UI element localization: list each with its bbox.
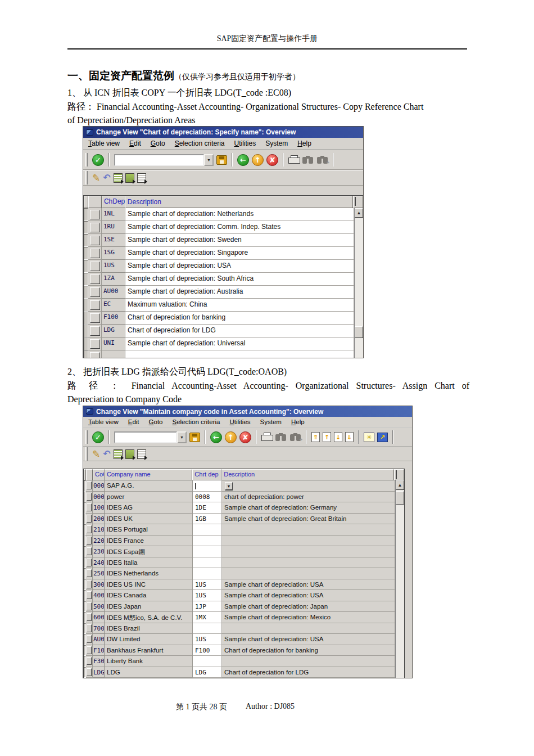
table-row[interactable]: 1RU Sample chart of depreciation: Comm. … <box>84 221 354 234</box>
row-selector-button[interactable] <box>90 223 100 232</box>
table-row[interactable]: 1NL Sample chart of depreciation: Nether… <box>84 208 354 221</box>
last-page-icon[interactable]: ⇓ <box>345 432 354 442</box>
table-row[interactable]: F300 Liberty Bank <box>84 656 395 667</box>
description-cell[interactable]: Chart of depreciation for banking <box>222 645 395 656</box>
row-selector-button[interactable] <box>87 493 92 501</box>
description-cell[interactable] <box>222 623 395 634</box>
column-header-description[interactable]: Description <box>221 469 394 480</box>
chrt-dep-cell[interactable] <box>193 524 222 536</box>
f4-dropdown-icon[interactable]: ▼ <box>225 482 233 490</box>
description-cell[interactable] <box>222 568 395 579</box>
vertical-scrollbar[interactable]: ▲ <box>354 208 363 358</box>
cancel-icon[interactable]: ✘ <box>266 154 278 166</box>
scroll-up-icon[interactable]: ▲ <box>355 208 363 218</box>
cocd-cell[interactable]: F300 <box>93 656 105 667</box>
chdep-cell[interactable]: F100 <box>102 312 125 325</box>
company-name-cell[interactable]: LDG <box>105 667 193 678</box>
chrt-dep-cell[interactable]: 0008 <box>193 492 222 503</box>
description-cell[interactable]: Sample chart of depreciation: Mexico <box>222 612 395 623</box>
row-selector-cell[interactable] <box>88 208 102 221</box>
row-selector-button[interactable] <box>87 525 92 533</box>
row-selector-button[interactable] <box>87 537 92 544</box>
first-page-icon[interactable]: ⇑ <box>311 432 320 442</box>
table-row[interactable]: LDG LDG LDG Chart of depreciation for LD… <box>84 667 395 678</box>
table-row[interactable]: AU00 Sample chart of depreciation: Austr… <box>84 286 354 299</box>
description-cell[interactable] <box>222 536 395 547</box>
table-config-icon[interactable] <box>355 197 356 206</box>
enter-icon[interactable]: ✓ <box>92 431 104 443</box>
row-selector-cell[interactable] <box>86 524 93 536</box>
cocd-cell[interactable]: AU00 <box>93 634 105 645</box>
cocd-cell[interactable]: F100 <box>93 645 105 656</box>
menu-utilities[interactable]: Utilities <box>230 418 251 425</box>
description-cell[interactable]: Chart of depreciation for LDG <box>125 325 354 338</box>
chdep-cell[interactable]: EC <box>102 299 125 312</box>
description-cell[interactable]: chart of depreciation: power <box>222 492 395 503</box>
company-name-cell[interactable]: IDES Italia <box>105 557 193 569</box>
enter-icon[interactable]: ✓ <box>92 154 104 166</box>
row-selector-button[interactable] <box>87 668 92 676</box>
row-selector-cell[interactable] <box>88 234 102 247</box>
exit-icon[interactable]: ↑ <box>225 431 237 443</box>
cocd-cell[interactable]: 2300 <box>93 546 105 557</box>
company-name-cell[interactable]: IDES Japan <box>105 601 193 613</box>
row-selector-button[interactable] <box>90 300 100 310</box>
row-selector-button[interactable] <box>87 602 92 610</box>
command-dropdown-icon[interactable]: ▼ <box>204 154 214 166</box>
company-name-cell[interactable]: IDES M憗ico, S.A. de C.V. <box>105 612 193 623</box>
row-selector-button[interactable] <box>87 580 92 588</box>
row-selector-cell[interactable] <box>86 634 93 645</box>
table-row[interactable]: 2500 IDES Netherlands <box>84 568 395 579</box>
new-entries-icon[interactable] <box>114 449 123 459</box>
description-cell[interactable]: Sample chart of depreciation: Universal <box>125 338 354 350</box>
previous-page-icon[interactable]: ↑ <box>323 432 331 442</box>
company-name-cell[interactable]: IDES France <box>105 536 193 547</box>
row-selector-cell[interactable] <box>86 514 93 525</box>
row-selector-button[interactable] <box>90 262 100 271</box>
table-row[interactable]: 0001 SAP A.G. ▼ <box>84 480 395 492</box>
row-selector-cell[interactable] <box>88 247 102 260</box>
row-selector-button[interactable] <box>90 249 100 258</box>
cocd-cell[interactable]: 4000 <box>93 590 105 601</box>
company-name-cell[interactable]: IDES AG <box>105 502 193 514</box>
table-row[interactable]: AU00 DW Limited 1US Sample chart of depr… <box>84 634 395 645</box>
undo-icon[interactable]: ↶ <box>103 173 110 182</box>
table-config-header[interactable] <box>353 196 363 208</box>
delete-entry-icon[interactable] <box>137 173 146 183</box>
description-cell[interactable]: Sample chart of depreciation: USA <box>222 579 395 591</box>
titlebar[interactable]: Change View "Chart of depreciation: Spec… <box>83 127 363 138</box>
column-header-description[interactable]: Description <box>125 196 353 208</box>
row-selector-cell[interactable] <box>86 502 93 514</box>
chdep-cell[interactable]: LDG <box>102 325 125 338</box>
row-selector-button[interactable] <box>90 287 100 297</box>
table-row[interactable]: 1US Sample chart of depreciation: USA <box>84 260 354 273</box>
row-selector-button[interactable] <box>87 559 92 566</box>
column-header-chdep[interactable]: ChDep <box>102 196 125 208</box>
row-selector-button[interactable] <box>87 503 92 511</box>
row-selector-button[interactable] <box>87 624 92 632</box>
column-header-company-name[interactable]: Company name <box>105 469 192 480</box>
description-cell[interactable]: Sample chart of depreciation: Comm. Inde… <box>125 221 354 234</box>
row-selector-cell[interactable] <box>86 601 93 613</box>
scrollbar-thumb[interactable] <box>355 326 363 338</box>
chdep-cell[interactable]: UNI <box>102 338 125 350</box>
menu-system[interactable]: System <box>265 140 288 147</box>
back-icon[interactable]: ← <box>237 154 249 166</box>
description-cell[interactable]: Chart of depreciation for banking <box>125 312 354 325</box>
chrt-dep-cell[interactable]: 1US <box>193 634 222 645</box>
find-next-icon[interactable]: + <box>289 433 301 442</box>
chrt-dep-cell[interactable]: 1GB <box>193 514 222 525</box>
description-cell[interactable]: Sample chart of depreciation: South Afri… <box>125 273 354 286</box>
chrt-dep-cell[interactable]: 1US <box>193 579 222 591</box>
copy-entry-icon[interactable] <box>125 449 134 459</box>
cocd-cell[interactable]: 1000 <box>93 502 105 514</box>
undo-icon[interactable]: ↶ <box>103 449 110 458</box>
row-selector-cell[interactable] <box>88 299 102 312</box>
command-input[interactable] <box>114 154 204 166</box>
chrt-dep-cell[interactable]: LDG <box>193 667 222 678</box>
exit-icon[interactable]: ↑ <box>252 154 264 166</box>
row-selector-cell[interactable] <box>86 492 93 503</box>
new-session-icon[interactable]: ✳ <box>364 433 374 442</box>
cocd-cell[interactable]: 2500 <box>93 568 105 579</box>
chdep-cell[interactable]: 1SG <box>102 247 125 260</box>
